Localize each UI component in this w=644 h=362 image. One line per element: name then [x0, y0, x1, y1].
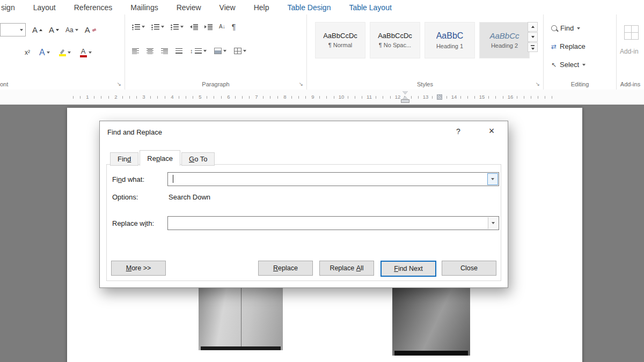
style-name: Heading 2: [491, 42, 518, 49]
shading-button[interactable]: [214, 48, 226, 54]
style-card-heading2[interactable]: AaBbCc Heading 2: [479, 22, 530, 58]
menu-tab-table-design[interactable]: Table Design: [287, 3, 331, 12]
close-icon[interactable]: ×: [485, 125, 498, 137]
styles-gallery-more-button[interactable]: [528, 42, 538, 52]
replace-button[interactable]: ⇄ Replace: [551, 42, 586, 50]
justify-button[interactable]: [175, 48, 182, 54]
increase-indent-button[interactable]: [204, 24, 213, 30]
indent-marker[interactable]: [401, 91, 409, 103]
menu-tab-review[interactable]: Review: [177, 3, 201, 12]
ruler-number: 5: [197, 94, 203, 100]
table-column-marker[interactable]: [437, 94, 442, 100]
menu-tab-mailings[interactable]: Mailings: [130, 3, 158, 12]
font-color-button[interactable]: A: [80, 48, 92, 57]
tab-text: Re: [147, 154, 156, 162]
text-effects-button[interactable]: A: [39, 48, 50, 57]
find-next-button[interactable]: Find Next: [380, 261, 436, 277]
fridge-image-left[interactable]: [199, 287, 283, 350]
style-name: ¶ No Spac...: [379, 42, 411, 48]
tab-go-to[interactable]: Go To: [181, 152, 215, 166]
replace-label: Replace: [560, 42, 586, 50]
ruler-number: 10: [337, 94, 346, 100]
change-case-button[interactable]: Aa: [65, 27, 78, 33]
show-formatting-marks-button[interactable]: ¶: [232, 23, 236, 31]
grow-font-button[interactable]: A: [32, 26, 42, 34]
menu-tab-layout[interactable]: Layout: [33, 3, 56, 12]
styles-scroll-up-button[interactable]: [528, 22, 538, 32]
increase-indent-icon: [204, 24, 213, 30]
addins-button-label[interactable]: Add-in: [620, 48, 639, 55]
addins-group: Add-in Add-ins: [617, 14, 644, 90]
help-button[interactable]: ?: [453, 127, 464, 136]
menu-tab-table-layout[interactable]: Table Layout: [349, 3, 391, 12]
decrease-indent-button[interactable]: [190, 24, 198, 30]
font-dialog-launcher[interactable]: ↘: [117, 82, 121, 87]
down-arrow-icon: [531, 36, 535, 38]
align-center-button[interactable]: [147, 48, 153, 54]
hanging-indent-marker[interactable]: [402, 96, 408, 99]
bullets-button[interactable]: [132, 24, 145, 30]
options-value: Search Down: [169, 193, 210, 201]
find-replace-dialog: Find and Replace ? × Find Replace Go To …: [99, 121, 508, 288]
line-spacing-lines-icon: [195, 48, 202, 54]
more-bar: [531, 45, 535, 46]
select-button[interactable]: ↖ Select: [551, 61, 586, 69]
ruler-number: 16: [506, 94, 515, 100]
find-what-input[interactable]: [169, 173, 494, 184]
replace-with-input[interactable]: [169, 217, 494, 228]
close-button[interactable]: Close: [442, 261, 496, 276]
highlighter-pen-icon: [60, 49, 65, 54]
line-spacing-button[interactable]: ↕: [190, 48, 207, 54]
cursor-icon: ↖: [551, 62, 557, 68]
label-text: d what:: [122, 175, 144, 183]
borders-button[interactable]: [234, 48, 246, 54]
highlight-color-button[interactable]: [59, 49, 71, 56]
style-card-no-spacing[interactable]: AaBbCcDc ¶ No Spac...: [370, 22, 420, 58]
styles-gallery-scroll: [528, 22, 538, 52]
menu-tab-help[interactable]: Help: [254, 3, 269, 12]
style-card-heading1[interactable]: AaBbC Heading 1: [425, 22, 475, 58]
find-what-dropdown-button[interactable]: [487, 173, 498, 185]
multilevel-list-button[interactable]: [171, 24, 184, 30]
fridge-image-right[interactable]: [392, 287, 470, 356]
multilevel-list-icon: [171, 24, 179, 30]
replace-with-dropdown-button[interactable]: [488, 217, 498, 229]
replace-button[interactable]: Replace: [258, 261, 313, 276]
font-size-combobox[interactable]: [0, 23, 26, 36]
tab-find[interactable]: Find: [110, 152, 138, 166]
menu-tab-references[interactable]: References: [74, 3, 113, 12]
menu-tab-view[interactable]: View: [219, 3, 236, 12]
align-left-icon: [132, 48, 139, 54]
align-left-button[interactable]: [132, 48, 139, 54]
align-center-icon: [147, 48, 153, 54]
left-indent-marker[interactable]: [401, 100, 409, 102]
ruler-number: 9: [310, 94, 316, 100]
first-line-indent-marker[interactable]: [402, 91, 408, 94]
tab-replace[interactable]: Replace: [140, 150, 180, 166]
ruler-number: 7: [254, 94, 259, 100]
clear-formatting-button[interactable]: A: [85, 26, 96, 34]
align-right-button[interactable]: [161, 48, 168, 54]
font-group-label: ont: [0, 81, 125, 87]
bullet-list-icon: [132, 24, 140, 30]
menu-tab-design-cut[interactable]: sign: [1, 3, 15, 12]
addins-grid-icon[interactable]: [624, 25, 639, 40]
grow-font-icon: A: [32, 26, 38, 34]
paragraph-dialog-launcher[interactable]: ↘: [299, 82, 303, 87]
chevron-down-icon: [161, 26, 164, 28]
chevron-down-icon: [243, 50, 246, 52]
superscript-button[interactable]: x²: [25, 49, 30, 56]
paragraph-row-1: A↓ ¶: [132, 23, 236, 31]
replace-all-button[interactable]: Replace All: [319, 261, 374, 276]
find-button[interactable]: Find: [551, 24, 580, 32]
shrink-font-button[interactable]: A: [49, 26, 59, 34]
down-arrow-icon: [531, 48, 535, 50]
style-card-normal[interactable]: AaBbCcDc ¶ Normal: [315, 22, 365, 58]
styles-scroll-down-button[interactable]: [528, 32, 538, 42]
decrease-indent-icon: [190, 24, 198, 30]
paragraph-row-2: ↕: [132, 48, 246, 54]
numbering-button[interactable]: [151, 24, 164, 30]
styles-dialog-launcher[interactable]: ↘: [536, 82, 540, 87]
sort-button[interactable]: A↓: [219, 24, 225, 29]
more-button[interactable]: More >>: [111, 261, 166, 276]
